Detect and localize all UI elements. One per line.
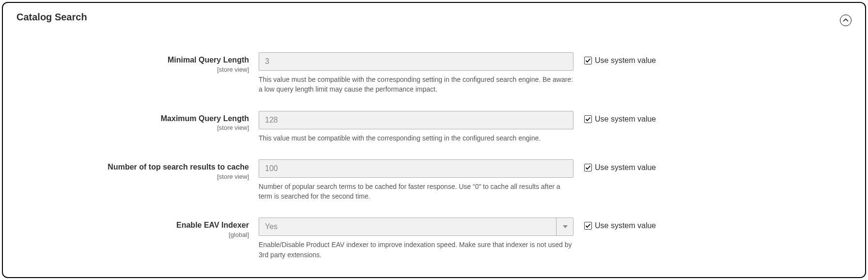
field-row-max-query: Maximum Query Length [store view] This v…: [16, 111, 852, 143]
field-label: Number of top search results to cache: [16, 162, 249, 172]
check-icon: [585, 223, 591, 229]
use-system-label[interactable]: Use system value: [595, 163, 656, 172]
label-col: Enable EAV Indexer [global]: [16, 218, 259, 238]
field-row-top-results: Number of top search results to cache [s…: [16, 159, 852, 202]
catalog-search-panel: Catalog Search Minimal Query Length [sto…: [2, 2, 866, 278]
help-text: This value must be compatible with the c…: [259, 133, 574, 143]
check-icon: [585, 58, 591, 63]
eav-indexer-select[interactable]: [259, 218, 574, 236]
input-col: This value must be compatible with the c…: [259, 52, 574, 94]
input-col: Number of popular search terms to be cac…: [259, 159, 574, 202]
field-label: Enable EAV Indexer: [16, 220, 249, 231]
checkbox-col: Use system value: [574, 159, 656, 172]
collapse-button[interactable]: [840, 15, 852, 26]
use-system-checkbox[interactable]: [584, 222, 592, 230]
field-scope: [store view]: [16, 66, 249, 73]
checkbox-col: Use system value: [574, 111, 656, 124]
use-system-checkbox[interactable]: [584, 164, 592, 171]
help-text: Enable/Disable Product EAV indexer to im…: [259, 240, 574, 260]
checkbox-col: Use system value: [574, 218, 656, 230]
chevron-up-icon: [843, 17, 849, 23]
select-wrap: [259, 218, 574, 236]
checkbox-col: Use system value: [574, 52, 656, 65]
field-scope: [store view]: [16, 173, 249, 180]
help-text: This value must be compatible with the c…: [259, 75, 574, 94]
field-row-eav-indexer: Enable EAV Indexer [global] Enable/Disab…: [16, 218, 852, 260]
use-system-label[interactable]: Use system value: [595, 56, 656, 65]
panel-title: Catalog Search: [16, 12, 87, 23]
use-system-label[interactable]: Use system value: [595, 115, 656, 124]
field-scope: [global]: [16, 231, 249, 238]
top-results-input[interactable]: [259, 159, 574, 178]
help-text: Number of popular search terms to be cac…: [259, 182, 574, 202]
field-scope: [store view]: [16, 124, 249, 131]
input-col: This value must be compatible with the c…: [259, 111, 574, 143]
field-row-min-query: Minimal Query Length [store view] This v…: [16, 52, 852, 94]
panel-header: Catalog Search: [16, 12, 852, 26]
label-col: Minimal Query Length [store view]: [16, 52, 259, 73]
input-col: Enable/Disable Product EAV indexer to im…: [259, 218, 574, 260]
use-system-checkbox[interactable]: [584, 57, 592, 64]
label-col: Number of top search results to cache [s…: [16, 159, 259, 180]
check-icon: [585, 116, 591, 122]
max-query-input[interactable]: [259, 111, 574, 129]
use-system-label[interactable]: Use system value: [595, 221, 656, 230]
use-system-checkbox[interactable]: [584, 115, 592, 123]
label-col: Maximum Query Length [store view]: [16, 111, 259, 132]
fields-container: Minimal Query Length [store view] This v…: [16, 52, 852, 260]
min-query-input[interactable]: [259, 52, 574, 71]
field-label: Minimal Query Length: [16, 55, 249, 65]
check-icon: [585, 165, 591, 171]
field-label: Maximum Query Length: [16, 114, 249, 124]
